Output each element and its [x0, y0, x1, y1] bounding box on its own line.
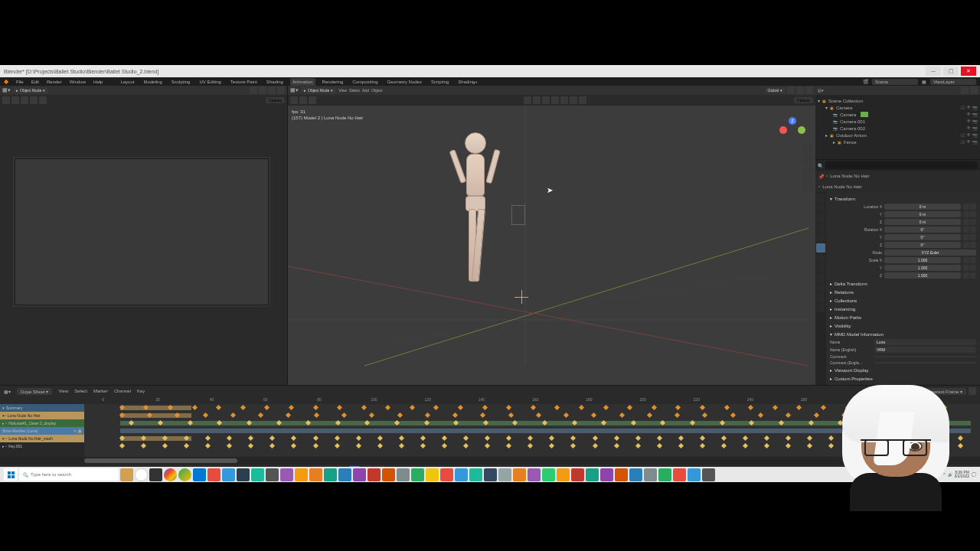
mmd-header[interactable]: ▾MMD Model Information	[830, 330, 976, 338]
taskbar-app-23[interactable]	[440, 468, 453, 481]
pivot-btn[interactable]	[787, 86, 795, 94]
instancing-header[interactable]: ▸Instancing	[830, 305, 976, 313]
taskbar-app-22[interactable]	[426, 468, 439, 481]
modifiers-tab[interactable]	[816, 253, 825, 262]
outliner-item[interactable]: ▸▣Fence ☑👁📷	[818, 139, 978, 145]
xray-toggle[interactable]	[542, 96, 550, 104]
perspective-icon[interactable]	[802, 181, 813, 192]
taskbar-app-41[interactable]	[702, 468, 715, 481]
snap-btn[interactable]	[796, 86, 804, 94]
shading-matprev[interactable]	[570, 96, 577, 104]
outliner-item[interactable]: 📷Camera.002 👁📷	[818, 125, 978, 132]
scale-y[interactable]: 1.000	[884, 265, 961, 271]
taskbar-app-32[interactable]	[571, 468, 584, 481]
zoom-icon[interactable]	[802, 142, 813, 153]
outliner-item[interactable]: ▾▣Camera ☑👁📷	[818, 104, 978, 111]
rotate-tool[interactable]	[30, 96, 38, 104]
taskbar-search[interactable]: 🔍 Type here to search	[19, 468, 119, 481]
taskbar-app-24[interactable]	[455, 468, 468, 481]
scale-tool[interactable]	[39, 96, 47, 104]
select-tool[interactable]	[290, 96, 298, 104]
new-collection-icon[interactable]	[970, 86, 978, 94]
taskbar-app-17[interactable]	[353, 468, 366, 481]
track-row[interactable]: ▾ ▫Luna Nude No Hair_mesh	[0, 435, 84, 442]
outliner-item[interactable]: ▸▣Outdoor Atrium ☑👁📷	[818, 132, 978, 139]
mode-dropdown-center[interactable]: ▸Object Mode▾	[301, 87, 336, 93]
proportional-btn[interactable]	[805, 86, 813, 94]
dopesheet-mode[interactable]: Dope Sheet ▾	[17, 388, 52, 395]
collections-header[interactable]: ▸Collections	[830, 296, 976, 305]
taskbar-app-9[interactable]	[237, 468, 250, 481]
taskbar-app-16[interactable]	[338, 468, 351, 481]
taskbar-app-12[interactable]	[280, 468, 293, 481]
taskbar-app-31[interactable]	[557, 468, 570, 481]
viewlayer-selector[interactable]: ViewLayer	[930, 79, 976, 85]
taskbar-app-38[interactable]	[658, 468, 671, 481]
notifications-icon[interactable]: 💬	[972, 472, 976, 477]
left-viewport-content[interactable]	[0, 106, 287, 385]
tab-uv[interactable]: UV Editing	[197, 78, 223, 86]
select-tool[interactable]	[2, 96, 10, 104]
tab-shading[interactable]: Shading	[264, 78, 286, 86]
world-tab[interactable]	[816, 233, 825, 243]
visibility-header[interactable]: ▸Visibility	[830, 321, 976, 330]
menu-marker[interactable]: Marker	[93, 389, 108, 393]
cursor-tool[interactable]	[299, 96, 307, 104]
pin-icon[interactable]: 📌	[818, 174, 824, 179]
taskbar-app-8[interactable]	[222, 468, 235, 481]
scene-selector[interactable]: Scene	[872, 79, 918, 85]
taskbar-app-11[interactable]	[266, 468, 279, 481]
rotation-z[interactable]: 0°	[884, 242, 961, 248]
outliner-item[interactable]: 📷Camera 👁📷	[818, 111, 978, 118]
tab-texture[interactable]: Texture Paint	[228, 78, 260, 86]
taskbar-app-35[interactable]	[615, 468, 628, 481]
minimize-button[interactable]: ─	[926, 67, 941, 76]
character-model[interactable]	[449, 132, 502, 301]
mode-dropdown-left[interactable]: ▸Object Mode▾	[13, 87, 48, 93]
menu-view[interactable]: View	[338, 88, 347, 93]
track-row[interactable]: ▸ ▫Hokusai#1_Clean 2_display	[0, 419, 84, 427]
taskbar-app-20[interactable]	[397, 468, 410, 481]
taskbar-app-7[interactable]	[207, 468, 220, 481]
taskbar-app-40[interactable]	[688, 468, 701, 481]
camera-view-icon[interactable]	[802, 168, 813, 179]
mmd-name-en-input[interactable]: VRM	[874, 347, 976, 353]
editor-type-icon[interactable]: ▦▾	[290, 87, 299, 93]
tab-animation[interactable]: Animation	[290, 78, 315, 86]
track-row[interactable]: ▾▫Luna Nude No Hair	[0, 412, 84, 419]
close-button[interactable]: ✕	[961, 67, 976, 76]
anim-icon[interactable]	[970, 204, 976, 210]
rotation-y[interactable]: 0°	[884, 234, 961, 240]
pan-icon[interactable]	[802, 155, 813, 166]
track-row[interactable]: ▸ ▫Key.001	[0, 442, 84, 450]
taskbar-app-33[interactable]	[586, 468, 599, 481]
data-tab[interactable]	[816, 293, 825, 302]
location-y[interactable]: 0 m	[884, 211, 961, 217]
scene-tab[interactable]	[816, 223, 825, 233]
tab-sculpting[interactable]: Sculpting	[169, 78, 193, 86]
shading-rendered[interactable]	[579, 96, 586, 104]
location-z[interactable]: 0 m	[884, 219, 961, 225]
physics-tab[interactable]	[816, 273, 825, 282]
viewlayer-tab[interactable]	[816, 214, 825, 223]
outliner-root[interactable]: ▾▣Scene Collection	[818, 97, 978, 104]
menu-file[interactable]: File	[16, 80, 24, 84]
scale-x[interactable]: 1.000	[884, 257, 961, 263]
menu-edit[interactable]: Edit	[31, 80, 39, 84]
taskbar-app-10[interactable]	[251, 468, 264, 481]
transform-header[interactable]: ▾Transform	[830, 194, 976, 203]
pivot-dropdown[interactable]	[259, 86, 266, 94]
taskbar-app-21[interactable]	[411, 468, 424, 481]
options-dropdown-center[interactable]: Options	[794, 97, 813, 103]
taskbar-app-27[interactable]	[498, 468, 511, 481]
tab-scripting[interactable]: Scripting	[429, 78, 451, 86]
chrome-icon[interactable]	[164, 468, 177, 481]
camera-object[interactable]	[511, 205, 525, 225]
menu-window[interactable]: Window	[70, 80, 86, 84]
nav-gizmo[interactable]: Z	[781, 117, 804, 140]
menu-key[interactable]: Key	[137, 389, 145, 393]
track-summary[interactable]: ▾Summary	[0, 404, 84, 412]
menu-select[interactable]: Select	[349, 88, 360, 93]
tab-compositing[interactable]: Compositing	[350, 78, 380, 86]
taskbar-app-15[interactable]	[324, 468, 337, 481]
